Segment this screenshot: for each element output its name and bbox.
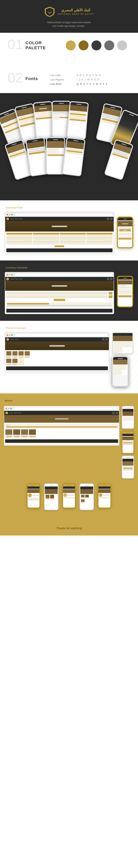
font-name-light: Lato Light (50, 74, 71, 76)
phones-arrangement (2, 99, 136, 194)
bonus-banner (4, 415, 119, 423)
browser-mockup-currency (5, 272, 114, 314)
bonus-laptop-wrapper: 200 $ (4, 406, 119, 446)
bonus-phone-1-item-3 (130, 416, 133, 421)
thanks-section: Thanks for watching (0, 521, 138, 535)
bottom-phone-white-2 (80, 484, 94, 510)
bonus-product-4 (29, 429, 36, 438)
table-row-5 (6, 243, 112, 244)
bonus-browser: 200 $ (4, 406, 119, 446)
cat-title-3 (19, 356, 23, 357)
bottom-ph3-nav (63, 487, 75, 489)
nav-icon-2 (110, 218, 112, 220)
table-row-4 (6, 241, 112, 243)
cat-title-1 (7, 356, 11, 357)
tbl-data-3 (60, 235, 86, 237)
bonus-main-content: 200 $ (5, 424, 118, 438)
bonus-product-1 (5, 429, 12, 438)
font-row-regular: Lato Regular I J K L M N O P (50, 78, 108, 81)
bottom-ph1-row-2 (28, 498, 39, 499)
phone-mockup-catalogue (112, 356, 129, 387)
tbl-data-6 (33, 237, 59, 239)
tbl-data-8 (86, 237, 112, 239)
nav-icons-3 (102, 338, 108, 341)
font-sample-light: A B C D E F G H (77, 74, 101, 76)
banner-text (52, 226, 67, 227)
catalogue-add-item[interactable]: + (19, 359, 24, 365)
form-row-2 (6, 295, 112, 298)
nav-links-3 (10, 339, 18, 340)
section-number-fonts: 02 (8, 71, 23, 85)
browser-content-currency (5, 277, 114, 314)
nav-link-7 (10, 339, 14, 340)
bonus-nav-icon-1 (112, 412, 115, 414)
font-row-bold: Lato Bold Q R S T U V W X Y Z (50, 83, 108, 86)
nav-logo (6, 218, 9, 220)
browser-toolbar-catalogue (5, 333, 109, 337)
gold-phone-screen-currency: Exchange Rate (118, 277, 132, 306)
tbl-data-4 (86, 235, 112, 237)
color-swatch-dark-gold (79, 40, 88, 50)
browser-dot-red (7, 214, 8, 215)
font-row-light: Lato Light A B C D E F G H (50, 74, 108, 76)
catalogue-item-5 (6, 359, 11, 365)
bonus-bottom-phones: ★ (4, 484, 134, 513)
currency-converter-section: Currency Converter (0, 260, 138, 321)
site-table-exchange (5, 231, 114, 253)
browser-url-bar-3 (15, 334, 107, 336)
gold-phone-screen: 200 $ (118, 218, 132, 247)
phone-mockup-12 (104, 139, 134, 180)
bonus-products-grid (5, 429, 118, 438)
color-palette-title: COLOR PALETTE (26, 40, 56, 50)
browser-wrapper-currency (5, 272, 114, 314)
tbl-cell-1 (6, 233, 32, 235)
exchange-rate-section: Exchange Rate (0, 200, 138, 260)
phone-currency-box-1 (118, 286, 132, 290)
tbl-data-19 (60, 243, 86, 244)
tbl-data-12 (86, 239, 112, 241)
phone-screen-5 (67, 102, 88, 139)
color-palette-section: 01 COLOR PALETTE (0, 33, 138, 69)
bottom-phone-gold-3-screen (99, 487, 110, 507)
tbl-data-5 (6, 237, 32, 239)
bottom-phone-gold-3 (98, 484, 111, 508)
cat-img-1 (6, 351, 11, 355)
browser-wrapper-exchange (5, 212, 114, 254)
gold-phone-mockup-currency: Exchange Rate (117, 276, 133, 307)
phone-cat-row-1 (113, 365, 127, 370)
tbl-data-15 (60, 241, 86, 243)
bottom-ph2-nav (45, 487, 58, 489)
bonus-nav-bar (4, 411, 119, 415)
color-swatch-white (66, 53, 76, 63)
currency-box-1: 200 $ (118, 227, 132, 232)
table-footer-btn (55, 245, 64, 247)
bottom-ph3-hero (63, 489, 75, 493)
nav-link-8 (15, 339, 18, 340)
bonus-browser-toolbar (4, 406, 119, 411)
cat-img-4 (25, 351, 30, 355)
tbl-data-16 (86, 241, 112, 243)
bonus-browser-content: 200 $ (4, 411, 119, 445)
bottom-ph4-nav (80, 487, 93, 489)
catalogue-row-2: + (6, 359, 108, 365)
phone-cat-row-2 (113, 370, 127, 375)
phone-screen-11 (63, 138, 85, 176)
font-name-regular: Lato Regular (50, 78, 71, 81)
exchange-rate-layout: 200 $ (5, 212, 133, 254)
bottom-ph2-item-2 (50, 495, 54, 500)
bottom-ph2-item-1 (46, 495, 50, 500)
cat-title-5 (7, 363, 11, 364)
bottom-ph5-row-2 (99, 497, 110, 498)
cat-price-2 (13, 357, 17, 358)
site-nav-bar-2 (5, 277, 114, 281)
font-sample-regular: I J K L M N O P (77, 78, 100, 81)
nav-link-1 (10, 218, 14, 219)
bonus-nav-link-3 (18, 412, 22, 413)
bonus-phone-3 (122, 456, 134, 478)
site-nav-bar-3 (5, 337, 109, 341)
form-input-2 (6, 295, 108, 298)
tbl-data-18 (33, 243, 59, 244)
bottom-ph4-items (81, 495, 92, 503)
site-nav-bar (5, 217, 114, 221)
cat-price-3 (19, 357, 23, 358)
